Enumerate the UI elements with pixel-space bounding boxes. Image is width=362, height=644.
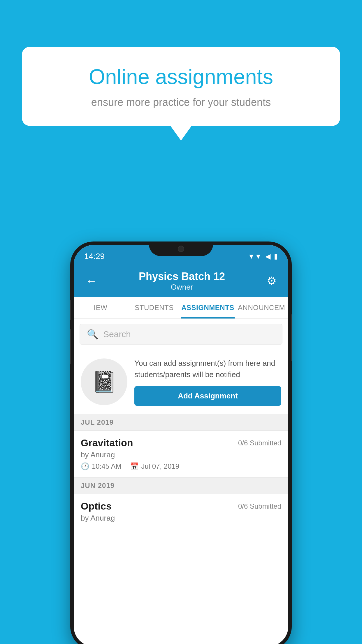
- speech-bubble-subtitle: ensure more practice for your students: [42, 96, 320, 108]
- assignment-row-top: Gravitation 0/6 Submitted: [81, 437, 281, 449]
- status-icons: ▼▼ ◀ ▮: [248, 252, 278, 260]
- assignment-meta: 🕐 10:45 AM 📅 Jul 07, 2019: [81, 462, 281, 470]
- promo-icon-circle: 📓: [81, 358, 127, 405]
- assignment-item-optics[interactable]: Optics 0/6 Submitted by Anurag: [74, 494, 288, 532]
- tab-bar: IEW STUDENTS ASSIGNMENTS ANNOUNCEM: [74, 297, 288, 319]
- nav-title-container: Physics Batch 12 Owner: [100, 270, 264, 292]
- wifi-icon: ▼▼: [248, 252, 262, 260]
- tab-overview[interactable]: IEW: [74, 297, 127, 318]
- promo-text-area: You can add assignment(s) from here and …: [134, 358, 281, 406]
- speech-bubble-title: Online assignments: [42, 64, 320, 89]
- battery-icon: ▮: [274, 252, 278, 260]
- search-container: 🔍 Search: [74, 319, 288, 349]
- add-assignment-button[interactable]: Add Assignment: [134, 386, 281, 406]
- nav-title: Physics Batch 12: [100, 270, 264, 283]
- signal-icon: ◀: [265, 252, 270, 260]
- assignment-submitted: 0/6 Submitted: [238, 439, 281, 447]
- assignment-author-optics: by Anurag: [81, 514, 281, 523]
- speech-bubble-container: Online assignments ensure more practice …: [22, 47, 340, 141]
- clock-icon: 🕐: [81, 462, 89, 470]
- tab-students[interactable]: STUDENTS: [127, 297, 181, 318]
- meta-time: 🕐 10:45 AM: [81, 462, 121, 470]
- assignment-item-gravitation[interactable]: Gravitation 0/6 Submitted by Anurag 🕐 10…: [74, 431, 288, 477]
- assignment-submitted-optics: 0/6 Submitted: [238, 502, 281, 510]
- speech-bubble: Online assignments ensure more practice …: [22, 47, 340, 126]
- search-bar[interactable]: 🔍 Search: [80, 324, 282, 345]
- screen-content: 🔍 Search 📓 You can add assignment(s) fro…: [74, 319, 288, 532]
- calendar-icon: 📅: [130, 462, 139, 470]
- assignment-time: 10:45 AM: [92, 462, 121, 470]
- assignment-row-top-optics: Optics 0/6 Submitted: [81, 501, 281, 512]
- assignment-title: Gravitation: [81, 437, 133, 449]
- promo-description: You can add assignment(s) from here and …: [134, 358, 281, 380]
- assignment-author: by Anurag: [81, 450, 281, 459]
- search-input[interactable]: Search: [103, 329, 131, 339]
- settings-icon[interactable]: ⚙: [264, 272, 280, 290]
- phone-screen: 14:29 ▼▼ ◀ ▮ ← Physics Batch 12 Owner ⚙: [74, 245, 288, 644]
- promo-card: 📓 You can add assignment(s) from here an…: [74, 349, 288, 414]
- nav-subtitle: Owner: [100, 283, 264, 292]
- phone-notch: [149, 242, 213, 256]
- assignment-date: Jul 07, 2019: [141, 462, 179, 470]
- phone-power-button: [291, 314, 292, 361]
- search-icon: 🔍: [87, 329, 99, 340]
- tab-announcements[interactable]: ANNOUNCEM: [235, 297, 288, 318]
- top-nav: ← Physics Batch 12 Owner ⚙: [74, 265, 288, 297]
- section-jul-2019: JUL 2019: [74, 414, 288, 431]
- phone-volume-down-button: [70, 329, 71, 364]
- tab-assignments[interactable]: ASSIGNMENTS: [181, 297, 235, 318]
- meta-date: 📅 Jul 07, 2019: [130, 462, 179, 470]
- section-jun-2019: JUN 2019: [74, 477, 288, 494]
- phone-container: 14:29 ▼▼ ◀ ▮ ← Physics Batch 12 Owner ⚙: [70, 242, 292, 644]
- phone-volume-up-button: [70, 300, 71, 320]
- notebook-icon: 📓: [92, 370, 117, 394]
- status-time: 14:29: [84, 252, 105, 261]
- phone-camera: [178, 246, 184, 252]
- speech-bubble-arrow: [171, 126, 191, 141]
- back-button[interactable]: ←: [82, 272, 100, 290]
- phone-frame: 14:29 ▼▼ ◀ ▮ ← Physics Batch 12 Owner ⚙: [70, 242, 292, 644]
- assignment-title-optics: Optics: [81, 501, 112, 512]
